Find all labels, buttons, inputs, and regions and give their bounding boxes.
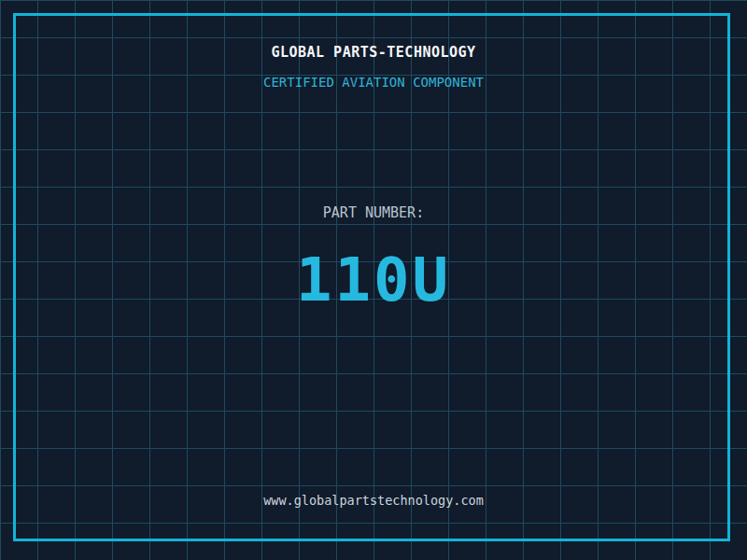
company-name: GLOBAL PARTS-TECHNOLOGY	[0, 45, 747, 60]
part-number-label: PART NUMBER:	[0, 205, 747, 220]
part-number-value: 110U	[0, 250, 747, 310]
part-card: GLOBAL PARTS-TECHNOLOGY CERTIFIED AVIATI…	[0, 0, 747, 560]
website-url: www.globalpartstechnology.com	[0, 494, 747, 508]
certification-tagline: CERTIFIED AVIATION COMPONENT	[0, 76, 747, 90]
